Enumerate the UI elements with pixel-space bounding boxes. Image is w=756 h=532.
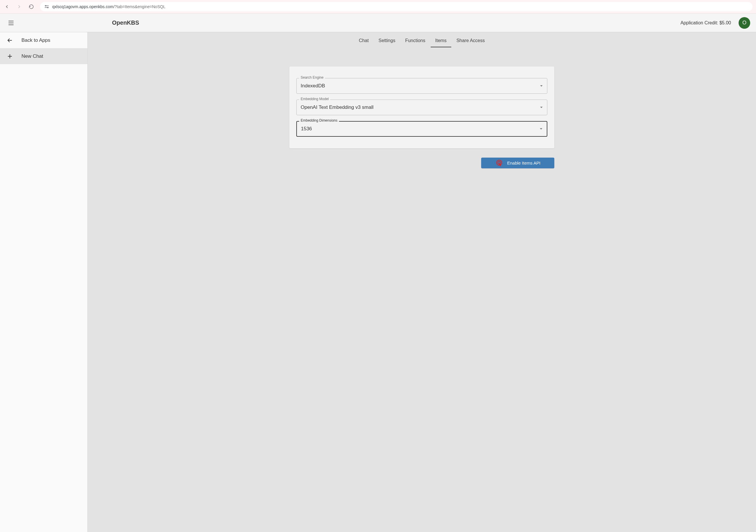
svg-point-0	[45, 6, 46, 6]
browser-toolbar: qxlscq1agovm.apps.openkbs.com/?tab=Items…	[0, 0, 756, 13]
button-label: Enable Items API	[507, 161, 540, 166]
tab-chat[interactable]: Chat	[359, 36, 369, 47]
sidebar-new-chat[interactable]: New Chat	[0, 48, 87, 64]
sidebar-item-label: Back to Apps	[21, 38, 50, 43]
sidebar-item-label: New Chat	[21, 53, 43, 59]
cursor-click-icon	[495, 159, 503, 168]
sidebar-back-to-apps[interactable]: Back to Apps	[0, 32, 87, 48]
address-bar[interactable]: qxlscq1agovm.apps.openkbs.com/?tab=Items…	[40, 2, 752, 11]
search-engine-select[interactable]: IndexedDB	[296, 78, 547, 94]
browser-forward-button[interactable]	[16, 3, 23, 10]
field-value: 1536	[301, 126, 539, 132]
field-value: OpenAI Text Embedding v3 small	[301, 104, 540, 110]
tab-bar: Chat Settings Functions Items Share Acce…	[88, 32, 756, 47]
site-info-icon[interactable]	[44, 4, 49, 9]
field-label: Embedding Dimensions	[299, 119, 339, 122]
chevron-down-icon	[539, 128, 543, 130]
tab-items[interactable]: Items	[435, 36, 446, 47]
embedding-model-field-wrap: Embedding Model OpenAI Text Embedding v3…	[296, 99, 547, 115]
field-label: Search Engine	[299, 75, 325, 80]
field-value: IndexedDB	[301, 83, 540, 89]
app-header: OpenKBS Application Credit: $5.00 O	[0, 13, 756, 32]
embedding-dimensions-field-wrap: Embedding Dimensions 1536	[296, 121, 547, 137]
tab-share-access[interactable]: Share Access	[456, 36, 485, 47]
content-area: Chat Settings Functions Items Share Acce…	[88, 32, 756, 532]
app-title: OpenKBS	[112, 19, 139, 26]
embedding-dimensions-select[interactable]: 1536	[296, 121, 547, 137]
arrow-left-icon	[6, 37, 14, 44]
browser-reload-button[interactable]	[28, 3, 35, 10]
tab-settings[interactable]: Settings	[378, 36, 395, 47]
svg-point-1	[47, 7, 48, 8]
chevron-down-icon	[540, 85, 543, 87]
sidebar: Back to Apps New Chat	[0, 32, 88, 532]
tab-functions[interactable]: Functions	[405, 36, 425, 47]
credit-label: Application Credit: $5.00	[681, 20, 731, 26]
field-label: Embedding Model	[299, 97, 330, 101]
enable-items-api-button[interactable]: Enable Items API	[481, 158, 554, 168]
plus-icon	[6, 53, 14, 60]
chevron-down-icon	[540, 107, 543, 108]
address-url: qxlscq1agovm.apps.openkbs.com/?tab=Items…	[52, 4, 165, 9]
embedding-model-select[interactable]: OpenAI Text Embedding v3 small	[296, 99, 547, 115]
search-engine-field-wrap: Search Engine IndexedDB	[296, 78, 547, 94]
avatar[interactable]: O	[739, 17, 750, 29]
browser-back-button[interactable]	[4, 3, 11, 10]
items-settings-card: Search Engine IndexedDB Embedding Model …	[289, 66, 554, 148]
menu-button[interactable]	[6, 18, 16, 28]
